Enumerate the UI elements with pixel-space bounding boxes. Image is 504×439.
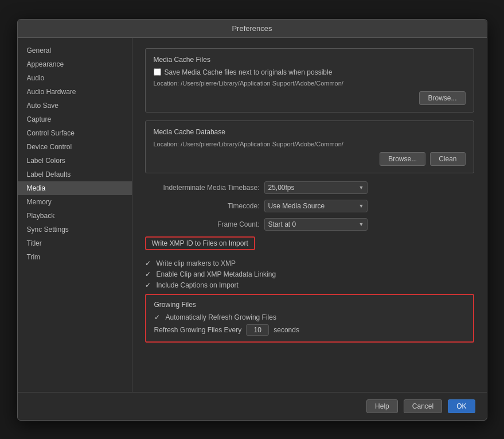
write-clip-markers-check: ✓ (145, 259, 151, 267)
sidebar-item-memory[interactable]: Memory (18, 195, 132, 209)
indeterminate-select-wrapper: 25,00fps (264, 181, 368, 194)
auto-refresh-label: Automatically Refresh Growing Files (166, 313, 276, 321)
sidebar-item-appearance[interactable]: Appearance (18, 57, 132, 71)
sidebar-item-control-surface[interactable]: Control Surface (18, 126, 132, 140)
sidebar: General Appearance Audio Audio Hardware … (18, 38, 132, 392)
sidebar-item-titler[interactable]: Titler (18, 236, 132, 250)
frame-count-select[interactable]: Start at 0 (264, 218, 368, 231)
sidebar-item-device-control[interactable]: Device Control (18, 140, 132, 154)
auto-refresh-check: ✓ (154, 313, 160, 321)
indeterminate-timebase-row: Indeterminate Media Timebase: 25,00fps (145, 181, 474, 194)
seconds-label: seconds (274, 326, 299, 334)
refresh-every-row: Refresh Growing Files Every seconds (154, 324, 465, 336)
auto-refresh-row: ✓ Automatically Refresh Growing Files (154, 313, 465, 321)
dialog-footer: Help Cancel OK (18, 392, 487, 420)
write-xmp-button[interactable]: Write XMP ID to Files on Import (145, 236, 255, 250)
dialog-body: General Appearance Audio Audio Hardware … (18, 38, 487, 392)
timecode-row: Timecode: Use Media Source (145, 200, 474, 212)
main-content: Media Cache Files Save Media Cache files… (132, 38, 487, 392)
cache-db-browse-button[interactable]: Browse... (380, 152, 425, 166)
sidebar-item-auto-save[interactable]: Auto Save (18, 99, 132, 112)
refresh-every-input[interactable] (246, 324, 269, 336)
cancel-button[interactable]: Cancel (404, 399, 442, 413)
save-cache-row: Save Media Cache files next to originals… (154, 68, 466, 76)
enable-clip-xmp-check: ✓ (145, 270, 151, 278)
growing-files-title: Growing Files (154, 301, 465, 309)
sidebar-item-general[interactable]: General (18, 44, 132, 57)
media-cache-files-section: Media Cache Files Save Media Cache files… (145, 48, 474, 112)
sidebar-item-capture[interactable]: Capture (18, 112, 132, 126)
growing-files-section: Growing Files ✓ Automatically Refresh Gr… (145, 294, 474, 343)
help-button[interactable]: Help (366, 399, 398, 413)
preferences-dialog: Preferences General Appearance Audio Aud… (17, 19, 487, 421)
enable-clip-xmp-label: Enable Clip and XMP Metadata Linking (157, 270, 276, 278)
cache-files-browse-button[interactable]: Browse... (419, 91, 465, 105)
write-clip-markers-row: ✓ Write clip markers to XMP (145, 259, 474, 267)
include-captions-row: ✓ Include Captions on Import (145, 281, 474, 289)
save-cache-label: Save Media Cache files next to originals… (165, 68, 333, 76)
sidebar-item-audio-hardware[interactable]: Audio Hardware (18, 85, 132, 99)
sidebar-item-audio[interactable]: Audio (18, 71, 132, 85)
indeterminate-select[interactable]: 25,00fps (264, 181, 368, 194)
cache-db-clean-button[interactable]: Clean (430, 152, 465, 166)
include-captions-label: Include Captions on Import (157, 281, 239, 289)
timecode-label: Timecode: (145, 202, 260, 210)
enable-clip-xmp-row: ✓ Enable Clip and XMP Metadata Linking (145, 270, 474, 278)
frame-count-label: Frame Count: (145, 220, 260, 228)
sidebar-item-media[interactable]: Media (18, 181, 132, 195)
sidebar-item-sync-settings[interactable]: Sync Settings (18, 223, 132, 236)
frame-count-row: Frame Count: Start at 0 (145, 218, 474, 231)
timecode-select-wrapper: Use Media Source (264, 200, 368, 212)
options-section: ✓ Write clip markers to XMP ✓ Enable Cli… (145, 259, 474, 289)
cache-files-location: Location: /Users/pierre/Library/Applicat… (154, 80, 466, 87)
cache-db-location: Location: /Users/pierre/Library/Applicat… (154, 141, 466, 147)
include-captions-check: ✓ (145, 281, 151, 289)
sidebar-item-label-defaults[interactable]: Label Defaults (18, 168, 132, 181)
media-cache-database-section: Media Cache Database Location: /Users/pi… (145, 121, 474, 173)
write-clip-markers-label: Write clip markers to XMP (157, 259, 236, 267)
media-cache-database-title: Media Cache Database (154, 128, 466, 136)
indeterminate-label: Indeterminate Media Timebase: (145, 184, 260, 192)
timecode-select[interactable]: Use Media Source (264, 200, 368, 212)
ok-button[interactable]: OK (448, 399, 475, 413)
save-cache-checkbox[interactable] (154, 68, 161, 76)
sidebar-item-label-colors[interactable]: Label Colors (18, 154, 132, 168)
media-cache-files-title: Media Cache Files (154, 56, 466, 64)
sidebar-item-trim[interactable]: Trim (18, 250, 132, 264)
refresh-every-label: Refresh Growing Files Every (154, 326, 242, 334)
dialog-title: Preferences (18, 20, 487, 38)
sidebar-item-playback[interactable]: Playback (18, 209, 132, 223)
frame-count-select-wrapper: Start at 0 (264, 218, 368, 231)
